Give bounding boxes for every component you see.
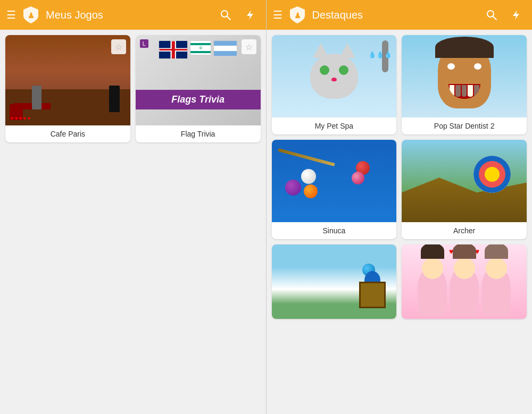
right-menu-icon[interactable]: ☰ <box>273 10 282 20</box>
left-menu-icon[interactable]: ☰ <box>6 10 16 20</box>
right-logo: ♟ <box>288 5 307 24</box>
svg-point-5 <box>487 11 494 17</box>
svg-marker-3 <box>247 10 253 20</box>
sinuca-thumb <box>272 140 397 222</box>
archer-thumb <box>402 140 527 222</box>
svg-text:♟: ♟ <box>28 11 35 20</box>
left-title: Meus Jogos <box>46 9 211 21</box>
svg-text:♟: ♟ <box>294 11 301 20</box>
left-game-grid: ♥♥♥♥♥ ☆ Cafe Paris <box>0 30 266 414</box>
chibi-girls-thumb: ♥ ♥ ♥ ♥ ♥ <box>402 244 527 319</box>
game-card-chibi-girls[interactable]: ♥ ♥ ♥ ♥ ♥ <box>402 244 527 319</box>
flag-trivia-thumb: ✡ Flags Trivia L ☆ <box>136 35 261 125</box>
left-lightning-icon[interactable] <box>240 5 260 24</box>
game-card-platformer[interactable] <box>272 244 397 319</box>
left-panel: ☰ ♟ Meus Jogos <box>0 0 266 414</box>
game-card-sinuca[interactable]: Sinuca <box>272 140 397 239</box>
right-search-icon[interactable] <box>482 5 501 24</box>
cafe-paris-star[interactable]: ☆ <box>111 39 126 54</box>
game-card-flag-trivia[interactable]: ✡ Flags Trivia L ☆ Flag Trivia <box>136 35 261 142</box>
flag-trivia-star[interactable]: ☆ <box>242 39 256 54</box>
game-card-cafe-paris[interactable]: ♥♥♥♥♥ ☆ Cafe Paris <box>5 35 130 142</box>
right-lightning-icon[interactable] <box>506 5 526 24</box>
archery-target <box>473 156 511 193</box>
pop-star-dentist-label: Pop Star Dentist 2 <box>402 117 527 134</box>
cafe-paris-label: Cafe Paris <box>5 125 130 142</box>
svg-line-2 <box>227 16 230 20</box>
left-search-icon[interactable] <box>216 5 235 24</box>
sinuca-label: Sinuca <box>272 222 397 239</box>
pop-star-dentist-thumb <box>402 35 527 117</box>
svg-point-1 <box>221 11 228 17</box>
svg-line-6 <box>493 16 496 20</box>
flag-trivia-label: Flag Trivia <box>136 125 261 142</box>
archer-label: Archer <box>402 222 527 239</box>
right-panel: ☰ ♟ Destaques 💧💧💧 <box>266 0 533 414</box>
my-pet-spa-label: My Pet Spa <box>272 117 397 134</box>
right-title: Destaques <box>312 9 477 21</box>
left-logo: ♟ <box>21 5 40 24</box>
my-pet-spa-thumb: 💧💧💧 <box>272 35 397 117</box>
platformer-thumb <box>272 244 397 319</box>
game-card-pop-star-dentist[interactable]: Pop Star Dentist 2 <box>402 35 527 134</box>
svg-marker-7 <box>513 10 519 20</box>
flags-trivia-banner: Flags Trivia <box>136 90 261 109</box>
right-game-grid: 💧💧💧 My Pet Spa <box>267 30 533 414</box>
game-card-my-pet-spa[interactable]: 💧💧💧 My Pet Spa <box>272 35 397 134</box>
cafe-paris-thumb: ♥♥♥♥♥ ☆ <box>5 35 130 125</box>
right-header: ☰ ♟ Destaques <box>267 0 533 30</box>
game-card-archer[interactable]: Archer <box>402 140 527 239</box>
left-header: ☰ ♟ Meus Jogos <box>0 0 266 30</box>
